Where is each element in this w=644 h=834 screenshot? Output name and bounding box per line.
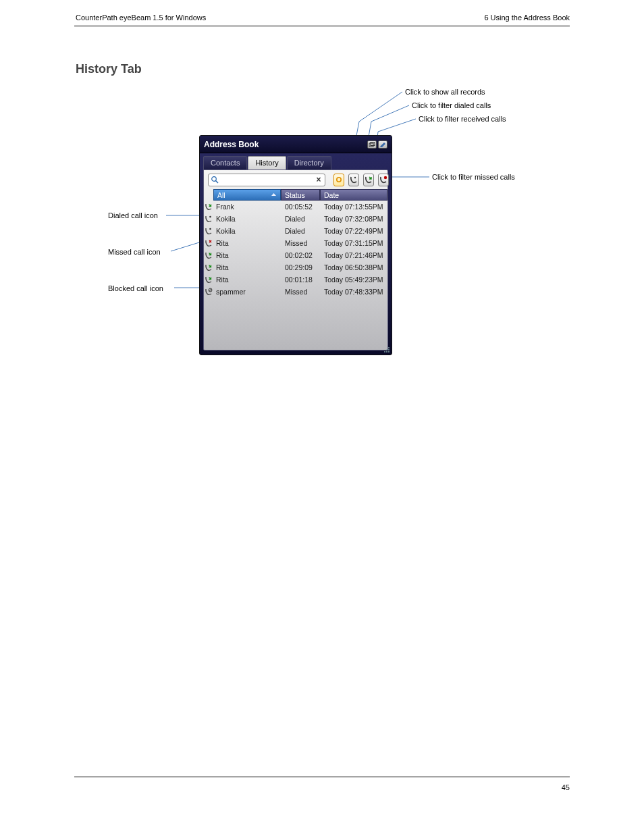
history-row[interactable]: Rita00:29:09Today 06:50:38PM: [204, 261, 387, 273]
svg-line-3: [216, 181, 219, 184]
received-call-icon: [204, 203, 213, 211]
column-name-header[interactable]: All: [213, 189, 281, 201]
row-date: Today 07:22:49PM: [320, 227, 387, 235]
row-name: Frank: [213, 203, 281, 211]
search-field-wrap: ×: [208, 174, 325, 186]
svg-point-11: [388, 347, 390, 348]
row-status: 00:02:02: [281, 251, 320, 259]
row-name: Kokila: [213, 215, 281, 223]
resize-grip[interactable]: [382, 345, 390, 353]
svg-point-15: [386, 351, 387, 353]
row-name: spammer: [213, 288, 281, 296]
received-call-icon: [204, 276, 213, 284]
sort-asc-icon: [271, 192, 277, 198]
received-call-icon: [204, 263, 213, 271]
row-date: Today 07:31:15PM: [320, 239, 387, 247]
row-status: Missed: [281, 288, 320, 296]
svg-point-6: [384, 176, 387, 179]
tab-history[interactable]: History: [248, 156, 286, 170]
history-row[interactable]: RitaMissedToday 07:31:15PM: [204, 237, 387, 249]
dialed-call-icon: [204, 227, 213, 235]
row-date: Today 06:50:38PM: [320, 263, 387, 271]
search-icon: [211, 176, 219, 184]
svg-line-10: [209, 289, 211, 291]
history-row[interactable]: Rita00:01:18Today 05:49:23PM: [204, 273, 387, 286]
filter-dialed-button[interactable]: [348, 174, 359, 186]
svg-point-2: [212, 177, 217, 182]
svg-point-8: [209, 228, 211, 230]
row-name: Kokila: [213, 227, 281, 235]
row-date: Today 07:32:08PM: [320, 215, 387, 223]
svg-rect-1: [371, 142, 375, 145]
window-title: Address Book: [204, 140, 367, 149]
svg-point-16: [388, 351, 390, 353]
filter-missed-button[interactable]: [378, 174, 389, 186]
row-status: 00:29:09: [281, 263, 320, 271]
address-book-window: Address Book Contacts History Directory: [199, 135, 392, 355]
row-name: Rita: [213, 239, 281, 247]
svg-rect-0: [369, 143, 373, 147]
row-status: Missed: [281, 239, 320, 247]
filter-all-button[interactable]: [333, 174, 344, 186]
phone-dialed-icon: [349, 175, 358, 184]
row-status: Dialed: [281, 215, 320, 223]
column-status-header[interactable]: Status: [281, 189, 320, 201]
row-date: Today 07:21:46PM: [320, 251, 387, 259]
history-row[interactable]: KokilaDialedToday 07:32:08PM: [204, 213, 387, 225]
svg-point-12: [386, 349, 387, 350]
svg-point-13: [388, 349, 390, 350]
row-date: Today 05:49:23PM: [320, 276, 387, 284]
tab-directory[interactable]: Directory: [287, 156, 331, 170]
row-status: Dialed: [281, 227, 320, 235]
svg-point-5: [354, 177, 356, 178]
dialed-call-icon: [204, 215, 213, 223]
search-input[interactable]: [219, 175, 315, 184]
tab-contacts[interactable]: Contacts: [203, 156, 247, 170]
resize-grip-icon: [382, 345, 390, 353]
filter-received-button[interactable]: [363, 174, 374, 186]
column-name-label: All: [217, 191, 225, 199]
received-call-icon: [204, 251, 213, 259]
row-name: Rita: [213, 251, 281, 259]
row-date: Today 07:13:55PM: [320, 203, 387, 211]
history-row[interactable]: Rita00:02:02Today 07:21:46PM: [204, 249, 387, 261]
history-row[interactable]: Frank00:05:52Today 07:13:55PM: [204, 201, 387, 213]
svg-point-4: [337, 178, 341, 182]
svg-point-7: [209, 216, 211, 218]
column-date-header[interactable]: Date: [320, 189, 387, 201]
svg-point-14: [384, 351, 385, 353]
clear-search-button[interactable]: ×: [315, 176, 323, 184]
page-number: 45: [562, 783, 570, 791]
row-status: 00:01:18: [281, 276, 320, 284]
missed-call-icon: [204, 239, 213, 247]
phone-received-icon: [364, 175, 373, 184]
history-row[interactable]: KokilaDialedToday 07:22:49PM: [204, 225, 387, 237]
history-row[interactable]: spammerMissedToday 07:48:33PM: [204, 286, 387, 298]
row-name: Rita: [213, 276, 281, 284]
restore-icon: [369, 142, 375, 147]
sun-icon: [334, 175, 344, 184]
window-edit-button[interactable]: [378, 140, 387, 149]
pencil-icon: [379, 142, 386, 147]
window-restore-button[interactable]: [367, 140, 377, 149]
row-name: Rita: [213, 263, 281, 271]
row-date: Today 07:48:33PM: [320, 288, 387, 296]
blocked-call-icon: [204, 288, 213, 296]
row-status: 00:05:52: [281, 203, 320, 211]
phone-missed-icon: [379, 175, 388, 184]
